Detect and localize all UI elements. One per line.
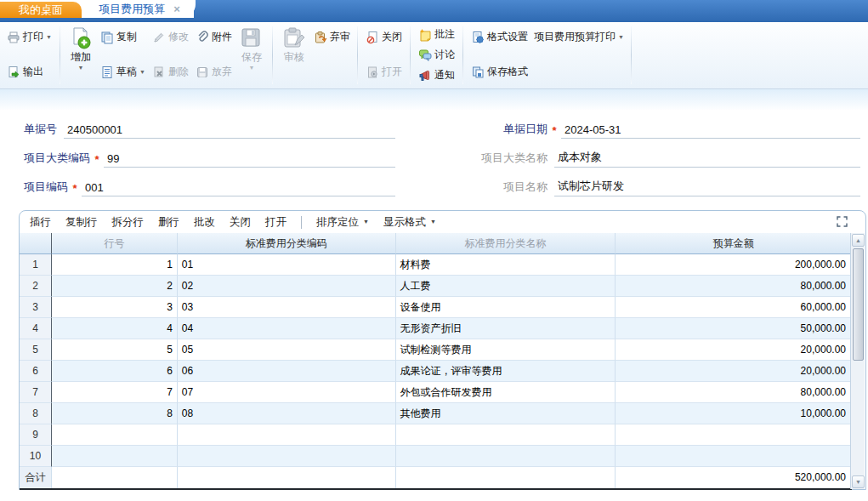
project-code-value[interactable]: 001: [82, 181, 395, 196]
insert-row-link[interactable]: 插行: [30, 215, 51, 230]
draft-button[interactable]: 草稿 ▼: [98, 64, 148, 80]
print-button[interactable]: 打印 ▼: [4, 29, 54, 45]
amount-cell[interactable]: 10,000.00: [616, 403, 851, 424]
line-no-cell[interactable]: [52, 424, 178, 446]
scroll-up-icon[interactable]: ▲: [852, 234, 865, 247]
row-number-header[interactable]: [20, 233, 52, 254]
amount-cell[interactable]: 200,000.00: [616, 254, 851, 276]
line-no-cell[interactable]: 6: [52, 361, 178, 382]
notify-button[interactable]: 通知: [416, 67, 457, 83]
fee-name-cell[interactable]: 其他费用: [396, 403, 616, 424]
save-format-button[interactable]: 保存格式: [468, 64, 530, 80]
line-no-cell[interactable]: 8: [52, 403, 178, 424]
add-button[interactable]: 增加 ▼: [65, 22, 97, 88]
line-no-cell[interactable]: 3: [52, 297, 178, 318]
doc-date-value[interactable]: 2024-05-31: [561, 123, 860, 139]
batch-edit-link[interactable]: 批改: [194, 215, 215, 230]
amount-cell[interactable]: 50,000.00: [616, 318, 851, 339]
fee-code-cell[interactable]: [178, 446, 396, 467]
expand-grid-icon[interactable]: [837, 216, 848, 227]
amount-cell[interactable]: [616, 424, 851, 446]
discard-button[interactable]: 放弃: [193, 64, 235, 80]
fee-code-cell[interactable]: 08: [178, 403, 396, 424]
save-button[interactable]: 保存 ▼: [235, 22, 268, 88]
fee-code-cell[interactable]: 04: [178, 318, 396, 339]
split-row-link[interactable]: 拆分行: [112, 215, 145, 230]
unaudit-button[interactable]: 弃审: [311, 29, 353, 45]
export-button[interactable]: 输出: [4, 64, 54, 80]
tab-budget-active[interactable]: 项目费用预算 ×: [85, 0, 194, 18]
row-number-cell[interactable]: 4: [20, 318, 52, 339]
row-number-cell[interactable]: 2: [20, 276, 52, 297]
fee-code-cell[interactable]: 07: [178, 382, 396, 403]
vertical-scrollbar[interactable]: ▲ ▼: [850, 233, 865, 489]
line-no-cell[interactable]: 2: [52, 276, 178, 297]
amount-cell[interactable]: 60,000.00: [616, 297, 851, 318]
line-no-cell[interactable]: 7: [52, 382, 178, 403]
display-format-dropdown[interactable]: 显示格式 ▼: [383, 215, 436, 230]
fee-name-header[interactable]: 标准费用分类名称: [396, 233, 616, 254]
amount-cell[interactable]: 80,000.00: [616, 276, 851, 297]
open-row-link[interactable]: 打开: [265, 215, 286, 230]
row-number-cell[interactable]: 8: [20, 403, 52, 424]
line-no-header[interactable]: 行号: [52, 233, 178, 254]
annotate-button[interactable]: 批注: [416, 26, 457, 43]
fee-code-cell[interactable]: [178, 424, 396, 446]
modify-button[interactable]: 修改: [150, 29, 191, 45]
fee-code-cell[interactable]: 06: [178, 361, 396, 382]
fee-name-cell[interactable]: 成果论证，评审等费用: [396, 361, 616, 382]
amount-cell[interactable]: 20,000.00: [616, 361, 851, 382]
fee-name-cell[interactable]: 外包或合作研发费用: [396, 382, 616, 403]
row-number-cell[interactable]: 10: [20, 446, 52, 467]
row-number-cell[interactable]: 9: [20, 424, 52, 446]
amount-cell[interactable]: 80,000.00: [616, 382, 851, 403]
row-number-cell[interactable]: 1: [20, 254, 52, 276]
discuss-button[interactable]: 讨论: [416, 47, 457, 63]
line-no-cell[interactable]: 4: [52, 318, 178, 339]
close-doc-button[interactable]: 关闭: [363, 29, 405, 45]
fee-name-cell[interactable]: 试制检测等费用: [396, 339, 616, 361]
fee-name-cell[interactable]: 人工费: [396, 276, 616, 297]
chevron-down-icon: ▼: [430, 219, 436, 225]
fee-code-cell[interactable]: 03: [178, 297, 396, 318]
category-code-value[interactable]: 99: [104, 152, 395, 168]
fee-code-cell[interactable]: 01: [178, 254, 396, 276]
row-number-cell[interactable]: 3: [20, 297, 52, 318]
fee-name-cell[interactable]: [396, 446, 616, 467]
fee-code-cell[interactable]: 02: [178, 276, 396, 297]
line-no-cell[interactable]: 5: [52, 339, 178, 361]
row-number-cell[interactable]: 6: [20, 361, 52, 382]
fee-code-cell[interactable]: 05: [178, 339, 396, 361]
close-row-link[interactable]: 关闭: [230, 215, 251, 230]
scrollbar-thumb[interactable]: [853, 248, 864, 361]
required-star: *: [68, 182, 82, 196]
open-doc-button[interactable]: 打开: [363, 64, 405, 80]
tab-close-icon[interactable]: ×: [173, 4, 180, 14]
fee-code-header[interactable]: 标准费用分类编码: [178, 233, 396, 254]
copy-row-link[interactable]: 复制行: [65, 215, 98, 230]
audit-button[interactable]: 审核: [277, 22, 311, 88]
fee-name-cell[interactable]: [396, 424, 616, 446]
attachment-button[interactable]: 附件: [193, 29, 235, 45]
draft-icon: [100, 65, 114, 79]
amount-cell[interactable]: [616, 446, 851, 467]
tab-my-desktop[interactable]: 我的桌面: [0, 2, 82, 18]
delete-row-link[interactable]: 删行: [158, 215, 179, 230]
scroll-down-icon[interactable]: ▼: [852, 475, 865, 488]
line-no-cell[interactable]: [52, 446, 178, 467]
format-settings-button[interactable]: 格式设置: [468, 29, 530, 45]
sort-locate-dropdown[interactable]: 排序定位 ▼: [316, 215, 369, 230]
fee-name-cell[interactable]: 设备使用: [396, 297, 616, 318]
row-number-cell[interactable]: 7: [20, 382, 52, 403]
delete-button[interactable]: 删除: [150, 64, 191, 80]
budget-print-button[interactable]: 项目费用预算打印 ▼: [531, 29, 627, 45]
line-no-cell[interactable]: 1: [52, 254, 178, 276]
row-number-cell[interactable]: 5: [20, 339, 52, 361]
amount-header[interactable]: 预算金额: [616, 233, 851, 254]
doc-no-field: 单据号 240500001: [24, 122, 395, 139]
copy-button[interactable]: 复制: [98, 29, 148, 45]
fee-name-cell[interactable]: 材料费: [396, 254, 616, 276]
amount-cell[interactable]: 20,000.00: [616, 339, 851, 361]
fee-name-cell[interactable]: 无形资产折旧: [396, 318, 616, 339]
required-star: *: [547, 124, 561, 139]
